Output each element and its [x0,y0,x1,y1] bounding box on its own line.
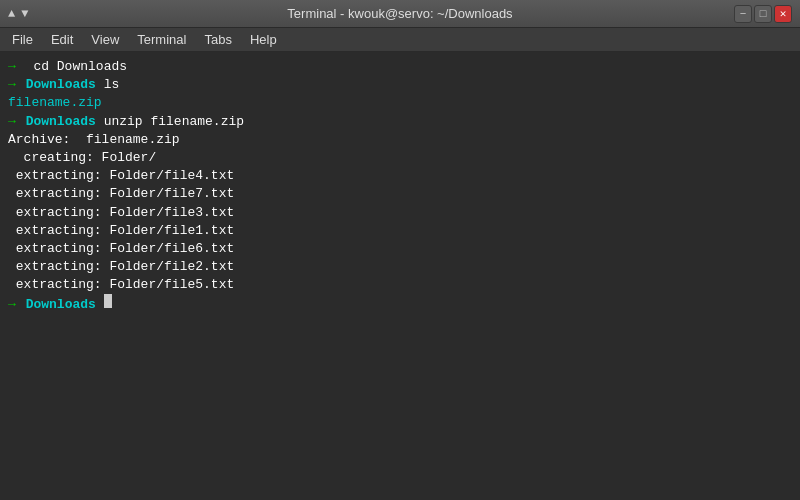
prompt-arrow-last: → [8,296,16,314]
extract-6: extracting: Folder/file2.txt [8,258,234,276]
close-button[interactable]: ✕ [774,5,792,23]
file-name: filename.zip [8,94,102,112]
title-bar: ▲ ▼ Terminal - kwouk@servo: ~/Downloads … [0,0,800,28]
minimize-button[interactable]: − [734,5,752,23]
terminal-line-7: extracting: Folder/file4.txt [8,167,792,185]
down-arrow-icon[interactable]: ▼ [21,7,28,21]
menu-tabs[interactable]: Tabs [196,30,239,49]
extract-4: extracting: Folder/file1.txt [8,222,234,240]
cmd-1: cd Downloads [18,58,127,76]
cmd-4: unzip filename.zip [96,113,244,131]
terminal-line-12: extracting: Folder/file2.txt [8,258,792,276]
extract-3: extracting: Folder/file3.txt [8,204,234,222]
menu-view[interactable]: View [83,30,127,49]
terminal-line-11: extracting: Folder/file6.txt [8,240,792,258]
prompt-space-4 [18,113,26,131]
menu-help[interactable]: Help [242,30,285,49]
prompt-space-last [18,296,26,314]
terminal-line-5: Archive: filename.zip [8,131,792,149]
terminal-line-1: → cd Downloads [8,58,792,76]
creating-line: creating: Folder/ [8,149,156,167]
terminal-line-13: extracting: Folder/file5.txt [8,276,792,294]
terminal-line-8: extracting: Folder/file7.txt [8,185,792,203]
terminal-cursor [104,294,112,308]
menu-file[interactable]: File [4,30,41,49]
prompt-dir-4: Downloads [26,113,96,131]
title-bar-left: ▲ ▼ [8,7,28,21]
menu-edit[interactable]: Edit [43,30,81,49]
terminal-line-10: extracting: Folder/file1.txt [8,222,792,240]
prompt-arrow-2: → [8,76,16,94]
window-controls: − □ ✕ [734,5,792,23]
extract-5: extracting: Folder/file6.txt [8,240,234,258]
window-title: Terminal - kwouk@servo: ~/Downloads [287,6,512,21]
prompt-dir-2: Downloads [26,76,96,94]
menu-terminal[interactable]: Terminal [129,30,194,49]
extract-2: extracting: Folder/file7.txt [8,185,234,203]
prompt-arrow-1: → [8,58,16,76]
terminal-line-6: creating: Folder/ [8,149,792,167]
cmd-2: ls [96,76,119,94]
cmd-last [96,296,104,314]
terminal-line-9: extracting: Folder/file3.txt [8,204,792,222]
extract-7: extracting: Folder/file5.txt [8,276,234,294]
archive-line: Archive: filename.zip [8,131,180,149]
menu-bar: File Edit View Terminal Tabs Help [0,28,800,52]
prompt-space-2 [18,76,26,94]
terminal-line-3: filename.zip [8,94,792,112]
extract-1: extracting: Folder/file4.txt [8,167,234,185]
terminal-line-last: → Downloads [8,294,792,314]
maximize-button[interactable]: □ [754,5,772,23]
terminal-output[interactable]: → cd Downloads → Downloads ls filename.z… [0,52,800,500]
terminal-line-2: → Downloads ls [8,76,792,94]
terminal-line-4: → Downloads unzip filename.zip [8,113,792,131]
prompt-arrow-4: → [8,113,16,131]
prompt-dir-last: Downloads [26,296,96,314]
up-arrow-icon[interactable]: ▲ [8,7,15,21]
